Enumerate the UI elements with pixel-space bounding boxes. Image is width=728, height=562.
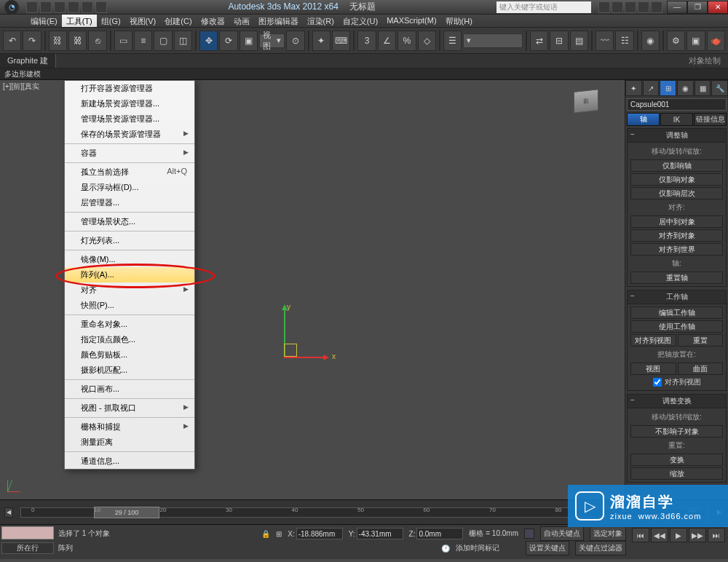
menu-customize[interactable]: 自定义(U) — [339, 15, 382, 27]
undo-icon[interactable]: ↶ — [3, 31, 21, 51]
render-frame-icon[interactable]: ▣ — [687, 31, 705, 51]
tab-hierarchy-icon[interactable]: ⊞ — [660, 80, 676, 96]
timeline-prev-icon[interactable]: ◀ — [4, 507, 13, 518]
mi-isolate[interactable]: 孤立当前选择Alt+Q — [65, 165, 194, 180]
redo-icon[interactable]: ↷ — [23, 31, 41, 51]
curve-editor-icon[interactable]: 〰 — [596, 31, 614, 51]
menu-group[interactable]: 组(G) — [97, 15, 125, 27]
btn-affect-object[interactable]: 仅影响对象 — [630, 173, 723, 186]
timetag-icon[interactable]: 🕐 — [441, 545, 450, 553]
favorites-icon[interactable] — [638, 1, 649, 13]
mi-vertex-color[interactable]: 指定顶点颜色... — [65, 332, 194, 347]
mi-mirror[interactable]: 镜像(M)... — [65, 252, 194, 267]
schematic-icon[interactable]: ☷ — [615, 31, 633, 51]
btn-place-surface[interactable]: 曲面 — [678, 363, 724, 375]
move-gizmo[interactable]: y x — [284, 306, 342, 364]
qat-redo-icon[interactable] — [82, 1, 93, 13]
named-sel-icon[interactable]: ☰ — [443, 31, 462, 51]
rotate-icon[interactable]: ⟳ — [219, 31, 237, 51]
unlink-icon[interactable]: ⛓̸ — [68, 31, 87, 51]
angle-snap-icon[interactable]: ∠ — [378, 31, 396, 51]
move-icon[interactable]: ✥ — [199, 31, 218, 51]
bind-icon[interactable]: ⎋ — [88, 31, 106, 51]
mi-light-lister[interactable]: 灯光列表... — [65, 233, 194, 248]
align-icon[interactable]: ⊟ — [550, 31, 568, 51]
btn-affect-hierarchy[interactable]: 仅影响层次 — [630, 187, 723, 199]
menu-edit[interactable]: 编辑(E) — [26, 15, 62, 27]
prev-frame-icon[interactable]: ◀◀ — [651, 528, 668, 542]
mi-open-container[interactable]: 打开容器资源管理器 — [65, 81, 194, 96]
setkey-button[interactable]: 设置关键点 — [526, 541, 569, 555]
checkbox[interactable] — [653, 378, 662, 387]
checkbox-align-view[interactable]: 对齐到视图 — [630, 376, 723, 388]
addtimetag-label[interactable]: 添加时间标记 — [456, 543, 499, 553]
link-icon[interactable]: ⛓ — [49, 31, 67, 51]
window-crossing-icon[interactable]: ◫ — [174, 31, 192, 51]
btn-use-work-pivot[interactable]: 使用工作轴 — [630, 320, 723, 333]
layers-icon[interactable]: ▤ — [570, 31, 588, 51]
mi-measure[interactable]: 测量距离 — [65, 435, 194, 450]
mi-grid-snap[interactable]: 栅格和捕捉▶ — [65, 419, 194, 435]
btn-reset-scale[interactable]: 缩放 — [630, 467, 723, 480]
coord-y-input[interactable] — [357, 528, 403, 539]
tab-motion-icon[interactable]: ◉ — [677, 80, 694, 96]
spinner-snap-icon[interactable]: ◇ — [418, 31, 436, 51]
menu-views[interactable]: 视图(V) — [125, 15, 161, 27]
refcoord-dropdown[interactable]: 视图 ▾ — [259, 33, 285, 48]
menu-modifiers[interactable]: 修改器 — [197, 15, 229, 27]
mi-viewport-canvas[interactable]: 视口画布... — [65, 381, 194, 397]
btn-align-view[interactable]: 对齐到视图 — [630, 334, 676, 347]
btn-align-world[interactable]: 对齐到世界 — [630, 243, 723, 256]
mi-snapshot[interactable]: 快照(P)... — [65, 298, 194, 313]
gizmo-x-axis[interactable] — [284, 357, 328, 358]
subscription-icon[interactable] — [612, 1, 623, 13]
btn-dont-affect-children[interactable]: 不影响子对象 — [630, 425, 723, 438]
mi-rename[interactable]: 重命名对象... — [65, 317, 194, 332]
qat-save-icon[interactable] — [54, 1, 66, 13]
polymodel-label[interactable]: 多边形建模 — [0, 68, 45, 79]
tab-display-icon[interactable]: ▦ — [695, 80, 711, 96]
btn-place-view[interactable]: 视图 — [630, 363, 676, 375]
mi-container[interactable]: 容器▶ — [65, 146, 194, 161]
gizmo-xy-plane[interactable] — [284, 344, 297, 357]
select-name-icon[interactable]: ≡ — [134, 31, 152, 51]
render-setup-icon[interactable]: ⚙ — [667, 31, 685, 51]
btn-affect-pivot[interactable]: 仅影响轴 — [630, 159, 723, 172]
btn-reset-pivot[interactable]: 重置轴 — [630, 272, 723, 284]
render-icon[interactable]: 🫖 — [707, 31, 725, 51]
viewcube[interactable]: 前 — [571, 87, 603, 119]
percent-snap-icon[interactable]: % — [397, 31, 416, 51]
tab-modify-icon[interactable]: ↗ — [643, 80, 660, 96]
menu-animation[interactable]: 动画 — [229, 15, 254, 27]
rollout-header[interactable]: 调整变换 — [628, 395, 726, 408]
tab-create-icon[interactable]: ✦ — [625, 80, 642, 96]
lock-icon[interactable]: 🔒 — [261, 530, 270, 538]
selected-button[interactable]: 选定对象 — [590, 526, 626, 541]
qat-dropdown-icon[interactable] — [95, 1, 107, 13]
mi-manage-scene-explorer[interactable]: 管理场景资源管理器... — [65, 111, 194, 127]
object-name-field[interactable]: Capsule001 — [627, 98, 727, 111]
coord-x-input[interactable] — [296, 528, 343, 539]
manipulate-icon[interactable]: ✦ — [312, 31, 331, 51]
help-icon[interactable] — [651, 1, 662, 13]
mi-layer-manager[interactable]: 层管理器... — [65, 195, 194, 210]
coord-mode-icon[interactable]: ⊞ — [276, 530, 282, 538]
app-icon[interactable]: ◔ — [4, 0, 19, 15]
tab-utilities-icon[interactable]: 🔧 — [711, 80, 728, 96]
trackbar-swatch[interactable] — [1, 526, 54, 539]
named-selection-dropdown[interactable]: ▾ — [463, 33, 523, 48]
infocenter-icon[interactable] — [598, 1, 610, 13]
material-icon[interactable]: ◉ — [641, 31, 660, 51]
viewcube-face[interactable]: 前 — [574, 89, 598, 114]
mi-align[interactable]: 对齐▶ — [65, 282, 194, 298]
scale-icon[interactable]: ▣ — [240, 31, 258, 51]
qat-undo-icon[interactable] — [68, 1, 79, 13]
mi-saved-scene-explorer[interactable]: 保存的场景资源管理器▶ — [65, 127, 194, 142]
mirror-icon[interactable]: ⇄ — [530, 31, 548, 51]
viewport[interactable]: [+][前][真实 前 y x 打开容器资源管理器 新建场景资源管理器... 管… — [0, 80, 625, 499]
rollout-header[interactable]: 调整轴 — [628, 129, 726, 143]
menu-render[interactable]: 渲染(R) — [303, 15, 339, 27]
mi-color-clipboard[interactable]: 颜色剪贴板... — [65, 347, 194, 363]
qat-open-icon[interactable] — [40, 1, 52, 13]
graphite-tab[interactable]: Graphite 建 — [0, 54, 56, 68]
